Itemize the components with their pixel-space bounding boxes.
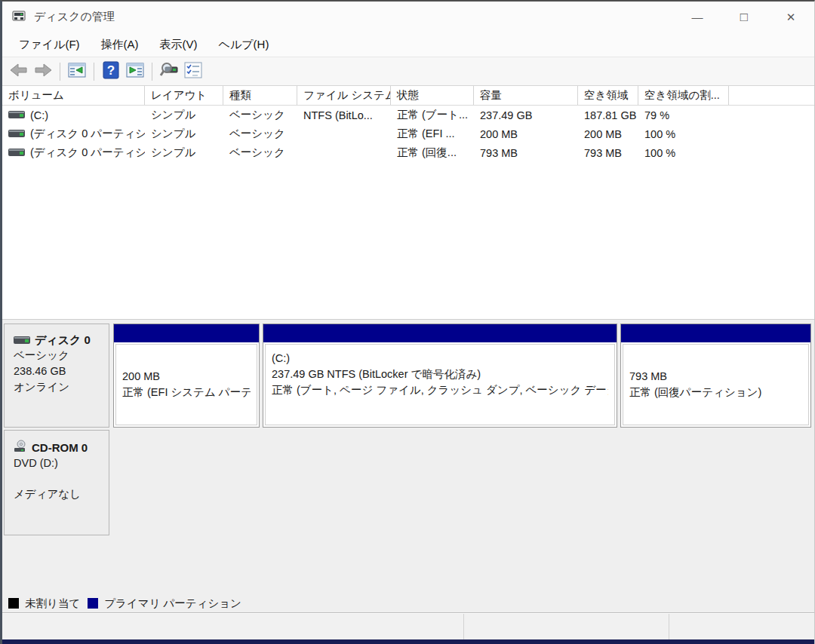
volume-layout: シンプル — [145, 127, 223, 141]
toolbar-separator — [60, 63, 60, 81]
volume-status: 正常 (ブート... — [391, 108, 474, 122]
magnifier-disk-icon — [159, 61, 179, 81]
column-header-filesystem[interactable]: ファイル システム — [297, 86, 391, 105]
table-row[interactable]: (ディスク 0 パーティシ... シンプル ベーシック 正常 (EFI ... … — [2, 124, 814, 143]
cdrom0-label-panel[interactable]: CD-ROM 0 DVD (D:) メディアなし — [4, 430, 109, 535]
volume-drive-icon — [8, 128, 25, 140]
volume-free-percent: 100 % — [638, 128, 729, 140]
volume-drive-icon — [8, 109, 25, 121]
disk0-status: オンライン — [14, 379, 104, 395]
show-console-tree-button[interactable] — [65, 60, 89, 83]
column-header-free-percent[interactable]: 空き領域の割... — [638, 86, 729, 105]
partition-status: 正常 (ブート, ページ ファイル, クラッシュ ダンプ, ベーシック データ … — [272, 382, 608, 398]
disk0-label-panel[interactable]: ディスク 0 ベーシック 238.46 GB オンライン — [4, 324, 109, 428]
partition-c[interactable]: (C:) 237.49 GB NTFS (BitLocker で暗号化済み) 正… — [263, 324, 617, 428]
show-action-pane-button[interactable] — [123, 60, 147, 83]
volume-type: ベーシック — [223, 146, 297, 160]
column-header-type[interactable]: 種類 — [223, 86, 297, 105]
partition-size: 793 MB — [629, 369, 802, 385]
volume-capacity: 237.49 GB — [474, 109, 578, 121]
volume-free-space: 187.81 GB — [578, 109, 638, 121]
graphical-view-pane: ディスク 0 ベーシック 238.46 GB オンライン 200 MB 正常 (… — [2, 320, 814, 594]
table-row[interactable]: (ディスク 0 パーティシ... シンプル ベーシック 正常 (回復... 79… — [2, 143, 814, 162]
window-controls: — □ ✕ — [674, 2, 814, 32]
partition-status: 正常 (回復パーティション) — [629, 385, 802, 400]
column-header-capacity[interactable]: 容量 — [474, 86, 578, 105]
column-header-filler — [729, 86, 814, 105]
column-header-layout[interactable]: レイアウト — [145, 86, 223, 105]
partition-color-band — [263, 324, 617, 342]
volume-type: ベーシック — [223, 127, 297, 141]
volume-list-header: ボリューム レイアウト 種類 ファイル システム 状態 容量 空き領域 空き領域… — [2, 86, 814, 106]
toolbar: ? — [2, 57, 814, 86]
volume-name: (C:) — [30, 109, 48, 121]
volume-layout: シンプル — [145, 108, 223, 122]
properties-list-button[interactable] — [181, 60, 205, 83]
disk-management-window: ディスクの管理 — □ ✕ ファイル(F) 操作(A) 表示(V) ヘルプ(H) — [0, 0, 815, 644]
close-button[interactable]: ✕ — [767, 2, 814, 32]
unallocated-color-swatch — [8, 598, 19, 609]
toolbar-separator — [152, 63, 152, 81]
volume-name: (ディスク 0 パーティシ... — [30, 127, 145, 141]
volume-status: 正常 (EFI ... — [391, 127, 474, 141]
partition-color-band — [621, 324, 810, 342]
help-button[interactable]: ? — [99, 60, 123, 83]
legend-item-primary-partition: プライマリ パーティション — [88, 596, 241, 611]
menu-file[interactable]: ファイル(F) — [8, 34, 91, 56]
cdrom0-name: CD-ROM 0 — [32, 441, 88, 454]
menu-help[interactable]: ヘルプ(H) — [208, 34, 280, 56]
volume-layout: シンプル — [145, 146, 223, 160]
disk0-row: ディスク 0 ベーシック 238.46 GB オンライン 200 MB 正常 (… — [4, 324, 811, 428]
volume-list-pane: ボリューム レイアウト 種類 ファイル システム 状態 容量 空き領域 空き領域… — [2, 86, 814, 320]
status-segment — [464, 614, 669, 639]
volume-capacity: 200 MB — [474, 128, 578, 140]
partition-status: 正常 (EFI システム パーティ — [122, 385, 251, 400]
maximize-button[interactable]: □ — [721, 2, 767, 32]
disk0-name: ディスク 0 — [35, 333, 91, 348]
forward-button[interactable] — [31, 60, 55, 83]
disk0-type: ベーシック — [14, 348, 104, 363]
volume-free-space: 793 MB — [578, 147, 638, 159]
menu-view[interactable]: 表示(V) — [149, 34, 208, 56]
disk-management-app-icon — [11, 8, 26, 26]
primary-partition-color-swatch — [88, 598, 98, 609]
legend-label: 未割り当て — [25, 596, 80, 611]
partition-efi[interactable]: 200 MB 正常 (EFI システム パーティ — [113, 324, 260, 428]
column-header-free-space[interactable]: 空き領域 — [578, 86, 638, 105]
cdrom0-empty-area — [113, 430, 811, 535]
forward-arrow-icon — [33, 62, 53, 81]
menu-action[interactable]: 操作(A) — [91, 34, 149, 56]
checklist-icon — [183, 61, 203, 81]
window-bottom-edge — [2, 639, 814, 644]
volume-status: 正常 (回復... — [391, 146, 474, 160]
volume-capacity: 793 MB — [474, 147, 578, 159]
title-bar: ディスクの管理 — □ ✕ — [2, 2, 814, 32]
window-left-arrow-icon — [67, 61, 87, 81]
column-header-status[interactable]: 状態 — [391, 86, 474, 105]
table-row[interactable]: (C:) シンプル ベーシック NTFS (BitLo... 正常 (ブート..… — [2, 106, 814, 124]
partition-recovery[interactable]: 793 MB 正常 (回復パーティション) — [620, 324, 811, 428]
partition-color-band — [114, 324, 259, 342]
legend-item-unallocated: 未割り当て — [8, 596, 80, 611]
status-segment — [669, 614, 814, 639]
partition-size: 200 MB — [122, 369, 251, 385]
menu-bar: ファイル(F) 操作(A) 表示(V) ヘルプ(H) — [2, 32, 814, 57]
cd-rom-icon — [14, 440, 27, 455]
back-button[interactable] — [7, 60, 31, 83]
minimize-button[interactable]: — — [674, 2, 721, 32]
window-right-arrow-icon — [125, 61, 145, 81]
legend-bar: 未割り当て プライマリ パーティション — [2, 594, 814, 613]
disk-search-button[interactable] — [157, 60, 181, 83]
volume-drive-icon — [8, 147, 25, 159]
svg-text:?: ? — [107, 63, 115, 78]
column-header-volume[interactable]: ボリューム — [2, 86, 145, 105]
disk-drive-icon — [14, 334, 30, 347]
status-segment — [2, 614, 464, 639]
legend-label: プライマリ パーティション — [104, 596, 241, 611]
cdrom0-media: DVD (D:) — [14, 455, 104, 471]
volume-filesystem: NTFS (BitLo... — [297, 109, 391, 121]
volume-free-space: 200 MB — [578, 128, 638, 140]
volume-name: (ディスク 0 パーティシ... — [30, 146, 145, 160]
cdrom0-status: メディアなし — [14, 486, 104, 502]
cdrom0-row: CD-ROM 0 DVD (D:) メディアなし — [4, 430, 811, 535]
